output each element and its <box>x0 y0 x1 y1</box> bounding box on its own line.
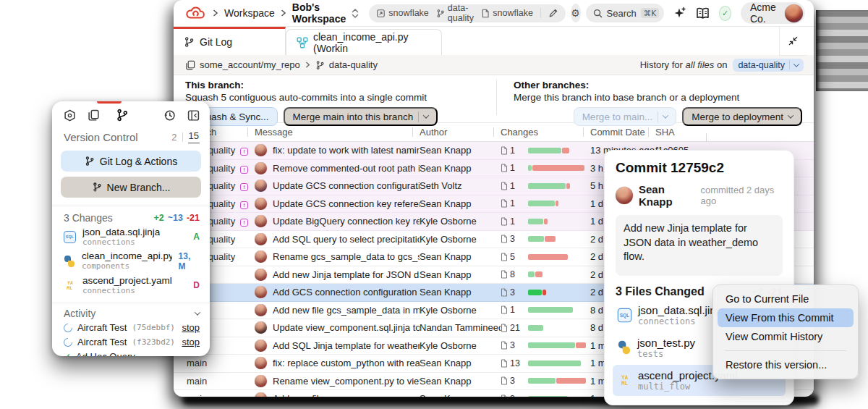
settings-gear-button[interactable]: ⚙ <box>571 4 581 22</box>
breadcrumb-current-workspace[interactable]: Bob's Workspace <box>292 1 346 25</box>
column-header-author[interactable]: Author <box>420 127 501 138</box>
diff-bar <box>528 254 586 260</box>
docs-book-icon[interactable] <box>696 7 710 20</box>
files-count: 1 <box>501 216 528 227</box>
column-header-message[interactable]: Message <box>255 127 420 138</box>
auto-commit-badge: f <box>240 148 248 156</box>
workspace-tags-pill[interactable]: snowflakedata-qualitysnowflake <box>369 4 565 22</box>
file-name: ascend_project.yaml <box>82 276 172 287</box>
files-number: 5 <box>510 252 515 262</box>
search-input[interactable]: Search ⌘K <box>586 4 665 22</box>
ascend-logo-icon[interactable] <box>184 5 207 21</box>
status-check-icon[interactable]: ✓ <box>719 6 731 21</box>
settings-hexagon-icon[interactable] <box>64 109 76 122</box>
file-status-badge: D <box>193 280 200 290</box>
collapse-view-button[interactable] <box>779 27 807 56</box>
dropdown-divider <box>789 60 790 69</box>
workspace-tag: data-quality <box>436 3 474 23</box>
column-header-changes[interactable]: Changes <box>501 127 590 138</box>
diff-bar-cell <box>528 219 590 224</box>
menu-item-restore-this-version[interactable]: Restore this version... <box>718 355 854 374</box>
changed-file-item[interactable]: clean_income_api.pycomponents13, M <box>52 249 210 274</box>
ai-sparkle-icon[interactable] <box>673 7 686 20</box>
file-page-icon <box>501 146 508 155</box>
tab-git-log[interactable]: Git Log <box>174 27 286 55</box>
diff-bar-cell <box>528 271 590 277</box>
org-account-button[interactable]: Acme Co. <box>741 2 805 24</box>
diff-bar-cell <box>528 396 590 397</box>
file-page-icon <box>501 305 508 314</box>
file-meta: clean_income_api.pycomponents <box>82 251 172 271</box>
activity-title: Activity <box>64 308 95 319</box>
diff-bar-removed <box>545 236 556 242</box>
git-branch-tool-icon[interactable] <box>116 109 129 122</box>
history-branch-dropdown[interactable]: data-quality <box>733 59 804 72</box>
git-log-actions-button[interactable]: Git Log & Actions <box>61 151 201 172</box>
changed-file-item[interactable]: SQLjson_data.sql.jinjaconnectionsA <box>52 225 210 249</box>
menu-item-view-commit-history[interactable]: View Commit History <box>718 327 854 346</box>
yaml-file-icon: YAML <box>63 279 77 292</box>
avatar <box>255 198 267 210</box>
files-number: 1 <box>510 181 515 191</box>
commit-message-text: Add new file gcs_sample_data in multi... <box>273 305 420 316</box>
diff-bar-added <box>528 378 556 384</box>
tab-clean-income-api[interactable]: clean_income_api.py (Workin <box>286 29 442 55</box>
commit-author: Sean Knapp <box>420 163 501 174</box>
commit-message-cell: Add new Jinja template for JSON data... <box>255 269 420 281</box>
badge-cell: f <box>240 198 255 209</box>
added-count: +2 <box>153 213 163 223</box>
files-copy-icon[interactable] <box>88 109 100 122</box>
chevron-down-icon[interactable] <box>195 309 200 315</box>
auto-commit-badge: f <box>240 166 248 174</box>
diff-bar <box>528 183 586 189</box>
workspace-switcher-icon[interactable] <box>351 8 359 19</box>
count-right: 15 <box>188 130 200 144</box>
avatar <box>255 215 267 227</box>
user-avatar <box>785 4 803 22</box>
file-page-icon <box>501 395 508 397</box>
file-status-badge: A <box>193 232 200 242</box>
diff-bar-added <box>528 290 542 295</box>
commit-message-cell: Add new file ... <box>255 392 420 397</box>
button-label: Git Log & Actions <box>100 156 177 167</box>
repo-name[interactable]: some_account/my_repo <box>200 59 300 70</box>
breadcrumb-workspace[interactable]: Workspace <box>224 7 275 19</box>
menu-item-view-from-this-commit[interactable]: View From this Commit <box>718 308 854 327</box>
git-log-icon <box>85 156 95 166</box>
activity-name: Aircraft Test <box>77 322 127 333</box>
changed-file-item[interactable]: YAMLascend_project.yamlconnectionsD <box>52 274 210 298</box>
commit-author: Sean Knapp <box>420 269 501 280</box>
diff-bar-cell <box>528 378 590 384</box>
stop-link[interactable]: stop <box>182 322 200 333</box>
diff-bar-cell <box>528 307 590 313</box>
commit-message-text: Add SQL query to select precipitation ..… <box>273 234 420 245</box>
commit-message-text: Update GCS connection configuratio... <box>273 180 420 191</box>
file-meta: json_data.sql.jinjaconnections <box>638 304 724 326</box>
edit-tags-pencil-icon[interactable] <box>548 8 558 18</box>
branch-name[interactable]: data-quality <box>329 59 378 70</box>
yaml-file-icon: YAML <box>618 373 632 387</box>
search-label: Search <box>607 8 637 19</box>
file-folder: tests <box>637 349 695 359</box>
activity-item: Aircraft Test(f323bd2)stop <box>52 335 210 350</box>
file-page-icon <box>501 376 508 385</box>
diff-bar <box>528 271 586 277</box>
activity-name: Ad Hoc Query <box>76 351 135 356</box>
button-divider <box>658 111 658 122</box>
badge-cell: f <box>240 216 255 227</box>
column-header-sha[interactable]: SHA <box>655 127 713 138</box>
diff-bar-added <box>528 201 555 206</box>
commit-time: committed 2 days ago <box>700 185 783 206</box>
new-branch-button[interactable]: New Branch... <box>61 177 201 198</box>
stop-link[interactable]: stop <box>182 337 200 347</box>
collapse-panel-icon[interactable] <box>187 109 200 122</box>
spinner-icon <box>62 321 75 334</box>
column-header-commit-date[interactable]: Commit Date <box>590 127 655 138</box>
history-clock-icon[interactable] <box>163 109 176 122</box>
diff-bar-added <box>528 342 575 348</box>
other-branches-section: Other branches: Merge this branch into b… <box>496 79 802 122</box>
files-number: 3 <box>510 234 515 244</box>
files-count: 21 <box>501 323 528 333</box>
file-status-badge: 13, M <box>179 251 200 271</box>
menu-item-go-to-current-file[interactable]: Go to Current File <box>718 290 854 308</box>
